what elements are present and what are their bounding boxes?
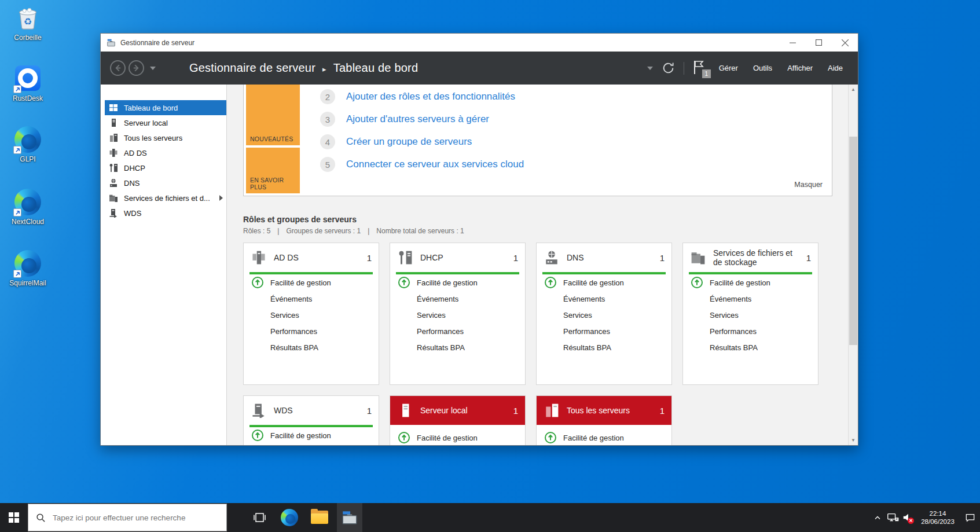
card-header[interactable]: DHCP 1: [390, 243, 525, 272]
link-facilite-de-gestion[interactable]: Facilité de gestion: [270, 278, 331, 287]
sidebar-item-dhcp[interactable]: DHCP: [105, 160, 226, 175]
taskbar-clock[interactable]: 22:14 28/06/2023: [915, 509, 960, 526]
search-input[interactable]: [53, 513, 209, 522]
card-link-row: Facilité de gestion: [683, 274, 818, 291]
link-resultats-bpa[interactable]: Résultats BPA: [563, 343, 611, 352]
link-facilite-de-gestion[interactable]: Facilité de gestion: [417, 278, 478, 287]
maximize-button[interactable]: [806, 34, 832, 52]
breadcrumb-root[interactable]: Gestionnaire de serveur: [189, 61, 315, 75]
refresh-icon[interactable]: [661, 61, 676, 75]
sidebar-item-ad-ds[interactable]: AD DS: [105, 145, 226, 160]
menu-afficher[interactable]: Afficher: [784, 64, 816, 72]
ad-ds-icon: [251, 250, 266, 265]
step-number: 5: [320, 157, 335, 172]
card-header[interactable]: WDS 1: [244, 396, 379, 425]
card-header[interactable]: Serveur local 1: [390, 396, 525, 425]
card-count: 1: [660, 406, 665, 416]
card-count: 1: [513, 253, 518, 263]
start-button[interactable]: [0, 503, 28, 532]
server-manager-icon: [107, 38, 116, 47]
minimize-button[interactable]: [780, 34, 806, 52]
card-count: 1: [513, 406, 518, 416]
card-link-row: Services: [683, 307, 818, 323]
desktop-icon-corbeille[interactable]: ♻ Corbeille: [5, 5, 51, 42]
card-services-fichiers: Services de fichiers et de stockage 1 Fa…: [682, 243, 818, 385]
scroll-down-arrow[interactable]: ▼: [849, 435, 858, 445]
link-facilite-de-gestion[interactable]: Facilité de gestion: [563, 278, 624, 287]
link-evenements[interactable]: Événements: [710, 295, 751, 303]
servers-icon: [109, 133, 118, 142]
link-services[interactable]: Services: [417, 311, 446, 320]
taskbar-edge-icon[interactable]: [277, 503, 302, 532]
window-title: Gestionnaire de serveur: [120, 39, 194, 47]
link-facilite-de-gestion[interactable]: Facilité de gestion: [417, 434, 478, 442]
dns-icon: [544, 250, 559, 265]
step-link[interactable]: Créer un groupe de serveurs: [346, 136, 472, 148]
sidebar-item-wds[interactable]: WDS: [105, 206, 226, 221]
task-view-button[interactable]: [247, 503, 272, 532]
sidebar-item-tableau-de-bord[interactable]: Tableau de bord: [105, 100, 226, 115]
step-link[interactable]: Ajouter d'autres serveurs à gérer: [346, 113, 489, 125]
sidebar-item-label: AD DS: [124, 149, 147, 157]
network-icon[interactable]: [885, 503, 900, 532]
step-number: 2: [320, 89, 335, 104]
stat-separator: |: [277, 227, 279, 235]
link-resultats-bpa[interactable]: Résultats BPA: [270, 343, 318, 352]
card-wds: WDS 1 Facilité de gestion: [243, 395, 379, 445]
link-performances[interactable]: Performances: [270, 327, 317, 336]
close-button[interactable]: [832, 34, 858, 52]
sidebar-item-serveur-local[interactable]: Serveur local: [105, 115, 226, 130]
notifications-dropdown-icon[interactable]: [647, 67, 653, 70]
card-dhcp: DHCP 1 Facilité de gestion Événements Se…: [390, 243, 526, 385]
volume-muted-icon[interactable]: ✕: [900, 503, 915, 532]
link-performances[interactable]: Performances: [710, 327, 757, 336]
link-services[interactable]: Services: [270, 311, 299, 320]
card-header[interactable]: DNS 1: [537, 243, 671, 272]
taskbar-server-manager-icon[interactable]: [337, 503, 362, 532]
desktop-icon-nextcloud[interactable]: NextCloud: [5, 189, 51, 226]
desktop-icon-label: GLPI: [5, 155, 51, 163]
tray-chevron-icon[interactable]: [870, 503, 885, 532]
scrollbar-thumb[interactable]: [849, 137, 857, 345]
link-facilite-de-gestion[interactable]: Facilité de gestion: [710, 278, 770, 287]
desktop-icon-squirrelmail[interactable]: SquirrelMail: [5, 250, 51, 287]
step-link[interactable]: Connecter ce serveur aux services cloud: [346, 159, 524, 170]
link-facilite-de-gestion[interactable]: Facilité de gestion: [563, 434, 624, 442]
desktop-icon-glpi[interactable]: GLPI: [5, 126, 51, 163]
card-header[interactable]: Services de fichiers et de stockage 1: [683, 243, 818, 272]
file-explorer-icon[interactable]: [307, 503, 332, 532]
step-link[interactable]: Ajouter des rôles et des fonctionnalités: [346, 91, 515, 102]
sidebar-item-tous-les-serveurs[interactable]: Tous les serveurs: [105, 130, 226, 145]
history-dropdown-icon[interactable]: [150, 67, 156, 70]
vertical-scrollbar[interactable]: ▲ ▼: [848, 85, 858, 445]
taskbar-search[interactable]: [28, 504, 227, 531]
back-button[interactable]: [110, 60, 126, 76]
sidebar-item-services-fichiers[interactable]: Services de fichiers et d...: [105, 190, 226, 206]
link-resultats-bpa[interactable]: Résultats BPA: [417, 343, 465, 352]
forward-button[interactable]: [129, 60, 144, 76]
link-performances[interactable]: Performances: [417, 327, 464, 336]
menu-aide[interactable]: Aide: [824, 64, 846, 72]
desktop-icon-rustdesk[interactable]: RustDesk: [5, 65, 51, 102]
desktop-icon-label: RustDesk: [5, 94, 51, 102]
link-services[interactable]: Services: [710, 311, 739, 320]
hide-link[interactable]: Masquer: [794, 181, 823, 189]
whats-new-banner[interactable]: NOUVEAUTÉS: [246, 85, 300, 145]
scroll-up-arrow[interactable]: ▲: [849, 85, 858, 94]
link-services[interactable]: Services: [563, 311, 592, 320]
link-facilite-de-gestion[interactable]: Facilité de gestion: [270, 431, 331, 440]
dashboard-icon: [109, 103, 118, 112]
link-evenements[interactable]: Événements: [417, 295, 458, 303]
menu-outils[interactable]: Outils: [750, 64, 776, 72]
link-performances[interactable]: Performances: [563, 327, 610, 336]
action-center-icon[interactable]: [960, 503, 980, 532]
card-header[interactable]: AD DS 1: [244, 243, 379, 272]
card-header[interactable]: Tous les serveurs 1: [537, 396, 671, 425]
menu-gerer[interactable]: Gérer: [715, 64, 742, 72]
sidebar-item-dns[interactable]: DNS: [105, 175, 226, 190]
link-evenements[interactable]: Événements: [563, 295, 605, 303]
notifications-flag-icon[interactable]: 1: [692, 60, 707, 77]
learn-more-banner[interactable]: EN SAVOIR PLUS: [246, 148, 300, 193]
link-resultats-bpa[interactable]: Résultats BPA: [710, 343, 758, 352]
link-evenements[interactable]: Événements: [270, 295, 312, 303]
